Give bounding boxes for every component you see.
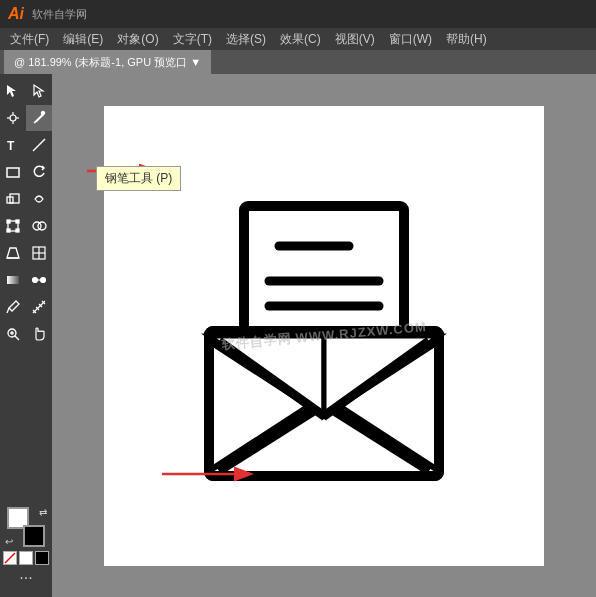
svg-point-5 [42, 112, 45, 115]
svg-point-4 [10, 115, 16, 121]
line-tool[interactable] [26, 132, 52, 158]
tool-row-9 [0, 294, 52, 320]
tool-row-1 [0, 78, 52, 104]
no-color-btn[interactable] [3, 551, 17, 565]
svg-line-36 [5, 553, 15, 563]
white-btn[interactable] [19, 551, 33, 565]
menu-edit[interactable]: 编辑(E) [57, 29, 109, 50]
svg-rect-13 [16, 220, 19, 223]
svg-rect-14 [7, 229, 10, 232]
main-area: T [0, 74, 596, 597]
gradient-tool[interactable] [0, 267, 26, 293]
background-color[interactable] [23, 525, 45, 547]
svg-line-26 [7, 308, 9, 313]
active-tab[interactable]: @ 181.99% (未标题-1, GPU 预览口 ▼ [4, 50, 211, 74]
reset-colors-icon[interactable]: ↩ [5, 536, 13, 547]
magic-wand-tool[interactable] [0, 105, 26, 131]
black-btn[interactable] [35, 551, 49, 565]
color-area: ⇄ ↩ ··· [0, 503, 52, 593]
color-swatches[interactable]: ⇄ ↩ [3, 507, 49, 547]
direct-selection-tool[interactable] [26, 78, 52, 104]
tool-row-7 [0, 240, 52, 266]
window-title: 软件自学网 [32, 7, 87, 22]
title-bar: Ai 软件自学网 [0, 0, 596, 28]
zoom-tool[interactable] [0, 321, 26, 347]
measure-tool[interactable] [26, 294, 52, 320]
tool-row-5 [0, 186, 52, 212]
menu-help[interactable]: 帮助(H) [440, 29, 493, 50]
menu-object[interactable]: 对象(O) [111, 29, 164, 50]
menu-view[interactable]: 视图(V) [329, 29, 381, 50]
canvas-area: 钢笔工具 (P) [52, 74, 596, 597]
tab-label: @ 181.99% (未标题-1, GPU 预览口 ▼ [14, 55, 201, 70]
eyedropper-tool[interactable] [0, 294, 26, 320]
svg-point-17 [38, 222, 46, 230]
arrow-top [82, 161, 162, 184]
svg-line-7 [33, 139, 45, 151]
perspective-tool[interactable] [0, 240, 26, 266]
menu-bar: 文件(F) 编辑(E) 对象(O) 文字(T) 选择(S) 效果(C) 视图(V… [0, 28, 596, 50]
tool-row-4 [0, 159, 52, 185]
tool-row-6 [0, 213, 52, 239]
free-transform-tool[interactable] [0, 213, 26, 239]
more-tools-button[interactable]: ··· [19, 567, 32, 589]
svg-text:T: T [7, 139, 15, 153]
arrow-bottom [157, 464, 257, 487]
svg-point-23 [33, 278, 38, 283]
scale-tool[interactable] [0, 186, 26, 212]
menu-file[interactable]: 文件(F) [4, 29, 55, 50]
svg-rect-15 [16, 229, 19, 232]
hand-tool[interactable] [26, 321, 52, 347]
svg-point-24 [41, 278, 46, 283]
toolbar: T [0, 74, 52, 597]
svg-rect-22 [7, 276, 19, 284]
menu-select[interactable]: 选择(S) [220, 29, 272, 50]
tool-row-10 [0, 321, 52, 347]
selection-tool[interactable] [0, 78, 26, 104]
svg-rect-10 [10, 194, 19, 203]
svg-rect-8 [7, 168, 19, 177]
rotate-tool[interactable] [26, 159, 52, 185]
type-tool[interactable]: T [0, 132, 26, 158]
tool-row-8 [0, 267, 52, 293]
tool-row-2 [0, 105, 52, 131]
svg-rect-12 [7, 220, 10, 223]
menu-type[interactable]: 文字(T) [167, 29, 218, 50]
mesh-tool[interactable] [26, 240, 52, 266]
shape-builder-tool[interactable] [26, 213, 52, 239]
rectangle-tool[interactable] [0, 159, 26, 185]
blend-tool[interactable] [26, 267, 52, 293]
tool-row-3: T [0, 132, 52, 158]
swap-colors-icon[interactable]: ⇄ [39, 507, 47, 518]
menu-effect[interactable]: 效果(C) [274, 29, 327, 50]
menu-window[interactable]: 窗口(W) [383, 29, 438, 50]
warp-tool[interactable] [26, 186, 52, 212]
mail-envelope-icon [184, 186, 464, 486]
pen-tool[interactable] [26, 105, 52, 131]
tab-bar: @ 181.99% (未标题-1, GPU 预览口 ▼ [0, 50, 596, 74]
svg-line-33 [15, 336, 19, 340]
canvas: 软件自学网 WWW.RJZXW.COM [104, 106, 544, 566]
app-logo: Ai [8, 5, 24, 23]
color-mode-row [3, 551, 49, 565]
